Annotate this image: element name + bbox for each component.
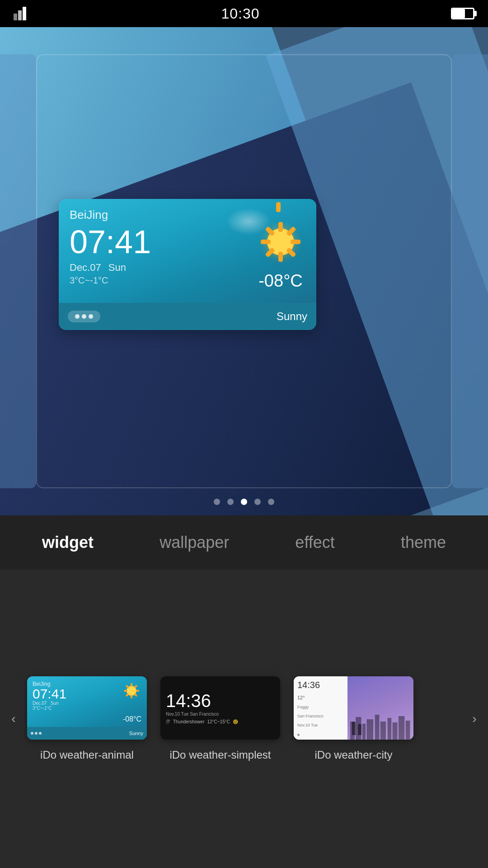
dot-5[interactable] <box>268 499 274 505</box>
carousel-dots <box>0 488 488 515</box>
widget-thumb-city: 14:36 12° Foggy San Francisco Nov.10 Tue <box>294 676 413 740</box>
chat-bubble-icon <box>68 311 100 322</box>
weather-day: Sun <box>108 262 126 274</box>
wt-animal-condition: Sunny <box>129 731 143 736</box>
widget-item-animal[interactable]: BeiJing 07:41 Dec.07 Sun 3°C~-1°C <box>27 676 147 761</box>
wts-weather-desc: Thundershower <box>173 719 204 724</box>
tab-theme[interactable]: theme <box>392 528 455 557</box>
wt-city-time: 14:36 <box>297 680 344 690</box>
weather-bottom: Sunny <box>59 303 316 330</box>
scroll-arrow-left[interactable]: ‹ <box>5 705 23 732</box>
weather-date-row: Dec.07 Sun <box>70 262 151 274</box>
wt-city-name: Foggy <box>297 705 344 709</box>
wt-city-date: Nov.10 Tue <box>297 723 344 727</box>
widget-label-simplest: iDo weather-simplest <box>169 749 271 761</box>
wts-temp-range: 12°C~15°C <box>207 719 230 724</box>
wt-animal-temprange: 3°C~-1°C <box>33 706 141 711</box>
status-time: 10:30 <box>221 5 259 22</box>
svg-marker-1 <box>18 10 22 20</box>
dot-4[interactable] <box>254 499 261 505</box>
tab-wallpaper[interactable]: wallpaper <box>150 528 238 557</box>
tab-bar: widget wallpaper effect theme <box>0 515 488 570</box>
weather-right-panel: -08°C <box>256 208 305 291</box>
wt-city-right-panel <box>347 676 413 740</box>
weather-temp-range: 3°C~-1°C <box>70 275 151 286</box>
weather-city: BeiJing <box>70 208 151 222</box>
wts-time: 14:36 <box>166 692 275 710</box>
widget-label-city: iDo weather-city <box>314 749 392 761</box>
dot-3[interactable] <box>241 499 247 505</box>
weather-time: 07:41 <box>70 226 151 258</box>
tab-effect[interactable]: effect <box>286 528 343 557</box>
dot-1[interactable] <box>214 499 220 505</box>
dot-2[interactable] <box>227 499 234 505</box>
wt-city-left-panel: 14:36 12° Foggy San Francisco Nov.10 Tue <box>294 676 347 740</box>
sun-icon <box>256 217 305 267</box>
weather-date: Dec.07 <box>70 262 101 274</box>
wt-animal-date-row: Dec.07 Sun <box>33 701 141 706</box>
widget-list: ‹ BeiJing 07:41 Dec.07 Sun 3°C~-1°C <box>0 570 488 868</box>
svg-marker-0 <box>14 14 17 20</box>
widget-item-simplest[interactable]: 14:36 Nov.10 Tue San Francisco ⛈ Thunder… <box>160 676 280 761</box>
weather-condition: Sunny <box>277 310 307 323</box>
carousel-left-panel <box>0 54 36 488</box>
widget-thumb-animal: BeiJing 07:41 Dec.07 Sun 3°C~-1°C <box>27 676 147 740</box>
widget-thumb-simplest: 14:36 Nov.10 Tue San Francisco ⛈ Thunder… <box>160 676 280 740</box>
wt-city-degree: 12° <box>297 695 344 700</box>
wts-weather-row: ⛈ Thundershower 12°C~15°C 🙂 <box>166 719 275 724</box>
weather-left-panel: BeiJing 07:41 Dec.07 Sun 3°C~-1°C <box>70 208 151 286</box>
wt-animal-temp: -08°C <box>123 715 141 723</box>
svg-marker-2 <box>23 7 26 20</box>
battery-icon <box>451 8 474 19</box>
tab-widget[interactable]: widget <box>33 528 103 557</box>
widget-label-animal: iDo weather-animal <box>40 749 134 761</box>
wt-city-sfname: San Francisco <box>297 714 344 718</box>
signal-icon <box>14 7 30 20</box>
carousel-right-panel <box>452 54 488 488</box>
wt-animal-sun-icon <box>122 681 141 701</box>
status-bar: 10:30 <box>0 0 488 27</box>
wt-animal-bottom: Sunny <box>27 727 147 740</box>
scroll-arrow-right[interactable]: › <box>465 705 483 732</box>
emoji-icon: 🙂 <box>233 719 238 724</box>
weather-widget[interactable]: BeiJing 07:41 Dec.07 Sun 3°C~-1°C <box>59 199 316 330</box>
weather-main: BeiJing 07:41 Dec.07 Sun 3°C~-1°C <box>59 199 316 303</box>
preview-area: BeiJing 07:41 Dec.07 Sun 3°C~-1°C <box>0 27 488 515</box>
wts-meta: Nov.10 Tue San Francisco <box>166 712 275 717</box>
widget-scroll-container: BeiJing 07:41 Dec.07 Sun 3°C~-1°C <box>0 676 441 761</box>
thundershower-icon: ⛈ <box>166 719 170 724</box>
widget-item-city[interactable]: 14:36 12° Foggy San Francisco Nov.10 Tue <box>294 676 413 761</box>
weather-temperature: -08°C <box>258 271 303 291</box>
